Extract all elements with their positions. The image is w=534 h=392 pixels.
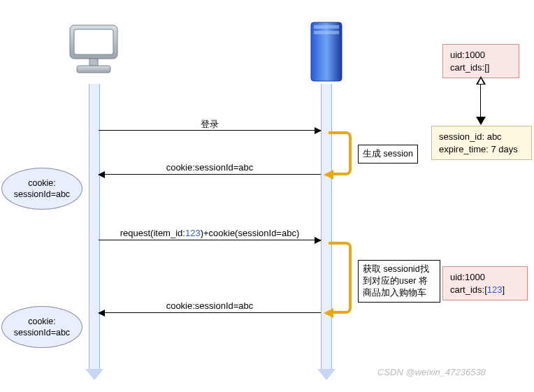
msg-request-label: request(item_id:123)+cookie(sessionId=ab… bbox=[99, 228, 321, 238]
session-data: session_id: abcexpire_time: 7 days bbox=[431, 126, 532, 160]
svg-rect-1 bbox=[74, 29, 113, 55]
msg-cookie1: cookie:sessionId=abc bbox=[99, 174, 321, 175]
svg-rect-5 bbox=[314, 25, 339, 29]
msg-request: request(item_id:123)+cookie(sessionId=ab… bbox=[99, 240, 321, 240]
svg-rect-2 bbox=[89, 59, 98, 66]
computer-icon bbox=[64, 20, 127, 82]
watermark: CSDN @weixin_47236538 bbox=[377, 367, 486, 377]
msg-cookie2: cookie:sessionId=abc bbox=[99, 312, 321, 313]
msg-cookie1-label: cookie:sessionId=abc bbox=[99, 162, 321, 173]
self-gen-session bbox=[331, 131, 352, 175]
user-data-1: uid:1000cart_ids:[] bbox=[442, 44, 519, 78]
msg-login: 登录 bbox=[99, 130, 321, 131]
self-gen-session-note: 生成 session bbox=[358, 145, 418, 164]
server-lifeline bbox=[321, 84, 332, 370]
self-add-cart-note: 获取 sessionid找到对应的user 将商品加入购物车 bbox=[358, 260, 440, 303]
msg-login-label: 登录 bbox=[99, 118, 321, 131]
server-icon bbox=[308, 20, 345, 84]
bidirectional-arrow bbox=[480, 77, 481, 124]
self-add-cart bbox=[331, 242, 352, 314]
user-data-2: uid:1000cart_ids:[123] bbox=[442, 266, 528, 300]
cookie-state-1: cookie:sessionId=abc bbox=[1, 168, 82, 210]
msg-cookie2-label: cookie:sessionId=abc bbox=[99, 300, 321, 311]
cookie-state-2: cookie:sessionId=abc bbox=[1, 306, 82, 348]
svg-rect-6 bbox=[314, 31, 339, 34]
svg-rect-3 bbox=[77, 66, 110, 73]
